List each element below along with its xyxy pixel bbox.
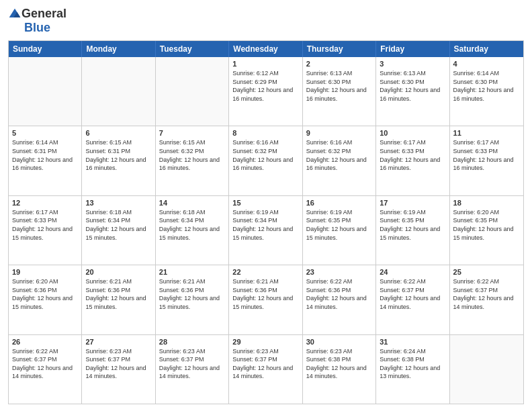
cal-header-wednesday: Wednesday xyxy=(229,41,302,57)
day-number: 21 xyxy=(159,268,225,276)
day-number: 23 xyxy=(306,268,372,276)
cal-cell: 22Sunrise: 6:21 AMSunset: 6:36 PMDayligh… xyxy=(229,265,302,334)
cal-cell: 27Sunrise: 6:23 AMSunset: 6:37 PMDayligh… xyxy=(82,335,155,404)
cal-cell: 29Sunrise: 6:23 AMSunset: 6:37 PMDayligh… xyxy=(229,335,302,404)
day-number: 5 xyxy=(12,129,78,137)
cal-cell xyxy=(156,57,229,126)
day-number: 4 xyxy=(453,60,520,68)
cal-cell xyxy=(9,57,82,126)
cal-cell: 6Sunrise: 6:15 AMSunset: 6:31 PMDaylight… xyxy=(82,126,155,195)
cal-cell: 21Sunrise: 6:21 AMSunset: 6:36 PMDayligh… xyxy=(156,265,229,334)
day-number: 30 xyxy=(306,338,372,346)
cal-week-3: 12Sunrise: 6:17 AMSunset: 6:33 PMDayligh… xyxy=(9,196,523,265)
day-info: Sunrise: 6:15 AMSunset: 6:31 PMDaylight:… xyxy=(85,138,151,172)
day-info: Sunrise: 6:16 AMSunset: 6:32 PMDaylight:… xyxy=(306,138,372,172)
day-info: Sunrise: 6:23 AMSunset: 6:37 PMDaylight:… xyxy=(159,347,225,381)
day-number: 18 xyxy=(453,199,520,207)
cal-cell: 2Sunrise: 6:13 AMSunset: 6:30 PMDaylight… xyxy=(303,57,376,126)
day-number: 12 xyxy=(12,199,78,207)
cal-cell: 15Sunrise: 6:19 AMSunset: 6:34 PMDayligh… xyxy=(229,196,302,265)
day-info: Sunrise: 6:21 AMSunset: 6:36 PMDaylight:… xyxy=(85,277,151,311)
calendar-body: 1Sunrise: 6:12 AMSunset: 6:29 PMDaylight… xyxy=(9,57,523,404)
logo-general: General xyxy=(21,7,66,21)
cal-week-2: 5Sunrise: 6:14 AMSunset: 6:31 PMDaylight… xyxy=(9,126,523,195)
cal-cell: 4Sunrise: 6:14 AMSunset: 6:30 PMDaylight… xyxy=(450,57,523,126)
day-info: Sunrise: 6:12 AMSunset: 6:29 PMDaylight:… xyxy=(232,69,298,103)
cal-cell: 28Sunrise: 6:23 AMSunset: 6:37 PMDayligh… xyxy=(156,335,229,404)
cal-header-monday: Monday xyxy=(82,41,155,57)
cal-cell: 16Sunrise: 6:19 AMSunset: 6:35 PMDayligh… xyxy=(303,196,376,265)
cal-week-5: 26Sunrise: 6:22 AMSunset: 6:37 PMDayligh… xyxy=(9,335,523,404)
cal-header-sunday: Sunday xyxy=(9,41,82,57)
day-number: 6 xyxy=(85,129,151,137)
day-number: 11 xyxy=(453,129,520,137)
day-info: Sunrise: 6:22 AMSunset: 6:37 PMDaylight:… xyxy=(12,347,78,381)
day-number: 3 xyxy=(380,60,445,68)
day-info: Sunrise: 6:17 AMSunset: 6:33 PMDaylight:… xyxy=(380,138,445,172)
day-info: Sunrise: 6:16 AMSunset: 6:32 PMDaylight:… xyxy=(232,138,298,172)
cal-cell: 30Sunrise: 6:23 AMSunset: 6:38 PMDayligh… xyxy=(303,335,376,404)
day-number: 31 xyxy=(380,338,445,346)
day-info: Sunrise: 6:17 AMSunset: 6:33 PMDaylight:… xyxy=(453,138,520,172)
day-info: Sunrise: 6:13 AMSunset: 6:30 PMDaylight:… xyxy=(306,69,372,103)
cal-cell: 9Sunrise: 6:16 AMSunset: 6:32 PMDaylight… xyxy=(303,126,376,195)
day-number: 26 xyxy=(12,338,78,346)
cal-cell: 1Sunrise: 6:12 AMSunset: 6:29 PMDaylight… xyxy=(229,57,302,126)
day-info: Sunrise: 6:19 AMSunset: 6:35 PMDaylight:… xyxy=(380,208,445,242)
day-number: 17 xyxy=(380,199,445,207)
cal-cell xyxy=(82,57,155,126)
cal-cell: 13Sunrise: 6:18 AMSunset: 6:34 PMDayligh… xyxy=(82,196,155,265)
day-info: Sunrise: 6:22 AMSunset: 6:37 PMDaylight:… xyxy=(380,277,445,311)
day-number: 22 xyxy=(232,268,298,276)
day-number: 25 xyxy=(453,268,520,276)
cal-cell: 26Sunrise: 6:22 AMSunset: 6:37 PMDayligh… xyxy=(9,335,82,404)
day-number: 14 xyxy=(159,199,225,207)
day-info: Sunrise: 6:21 AMSunset: 6:36 PMDaylight:… xyxy=(159,277,225,311)
cal-cell: 12Sunrise: 6:17 AMSunset: 6:33 PMDayligh… xyxy=(9,196,82,265)
cal-cell: 8Sunrise: 6:16 AMSunset: 6:32 PMDaylight… xyxy=(229,126,302,195)
cal-cell: 20Sunrise: 6:21 AMSunset: 6:36 PMDayligh… xyxy=(82,265,155,334)
cal-cell: 24Sunrise: 6:22 AMSunset: 6:37 PMDayligh… xyxy=(376,265,449,334)
cal-cell: 3Sunrise: 6:13 AMSunset: 6:30 PMDaylight… xyxy=(376,57,449,126)
cal-cell: 19Sunrise: 6:20 AMSunset: 6:36 PMDayligh… xyxy=(9,265,82,334)
day-number: 19 xyxy=(12,268,78,276)
day-info: Sunrise: 6:15 AMSunset: 6:32 PMDaylight:… xyxy=(159,138,225,172)
day-info: Sunrise: 6:24 AMSunset: 6:38 PMDaylight:… xyxy=(380,347,445,381)
cal-cell xyxy=(450,335,523,404)
cal-week-4: 19Sunrise: 6:20 AMSunset: 6:36 PMDayligh… xyxy=(9,265,523,334)
cal-header-friday: Friday xyxy=(376,41,449,57)
cal-header-tuesday: Tuesday xyxy=(156,41,229,57)
day-number: 1 xyxy=(232,60,298,68)
day-number: 7 xyxy=(159,129,225,137)
day-number: 15 xyxy=(232,199,298,207)
day-info: Sunrise: 6:20 AMSunset: 6:36 PMDaylight:… xyxy=(12,277,78,311)
header: General Blue xyxy=(8,7,524,35)
day-info: Sunrise: 6:23 AMSunset: 6:37 PMDaylight:… xyxy=(232,347,298,381)
day-number: 24 xyxy=(380,268,445,276)
day-info: Sunrise: 6:22 AMSunset: 6:36 PMDaylight:… xyxy=(306,277,372,311)
cal-cell: 10Sunrise: 6:17 AMSunset: 6:33 PMDayligh… xyxy=(376,126,449,195)
logo: General Blue xyxy=(8,7,66,35)
day-info: Sunrise: 6:13 AMSunset: 6:30 PMDaylight:… xyxy=(380,69,445,103)
day-info: Sunrise: 6:20 AMSunset: 6:35 PMDaylight:… xyxy=(453,208,520,242)
day-info: Sunrise: 6:14 AMSunset: 6:31 PMDaylight:… xyxy=(12,138,78,172)
day-info: Sunrise: 6:18 AMSunset: 6:34 PMDaylight:… xyxy=(85,208,151,242)
day-number: 8 xyxy=(232,129,298,137)
day-info: Sunrise: 6:19 AMSunset: 6:34 PMDaylight:… xyxy=(232,208,298,242)
cal-cell: 23Sunrise: 6:22 AMSunset: 6:36 PMDayligh… xyxy=(303,265,376,334)
day-number: 2 xyxy=(306,60,372,68)
day-number: 27 xyxy=(85,338,151,346)
cal-cell: 25Sunrise: 6:22 AMSunset: 6:37 PMDayligh… xyxy=(450,265,523,334)
day-number: 13 xyxy=(85,199,151,207)
cal-header-saturday: Saturday xyxy=(450,41,523,57)
cal-cell: 14Sunrise: 6:18 AMSunset: 6:34 PMDayligh… xyxy=(156,196,229,265)
day-number: 20 xyxy=(85,268,151,276)
day-info: Sunrise: 6:19 AMSunset: 6:35 PMDaylight:… xyxy=(306,208,372,242)
day-number: 16 xyxy=(306,199,372,207)
cal-cell: 18Sunrise: 6:20 AMSunset: 6:35 PMDayligh… xyxy=(450,196,523,265)
cal-cell: 11Sunrise: 6:17 AMSunset: 6:33 PMDayligh… xyxy=(450,126,523,195)
calendar: SundayMondayTuesdayWednesdayThursdayFrid… xyxy=(8,40,524,404)
day-number: 10 xyxy=(380,129,445,137)
cal-cell: 5Sunrise: 6:14 AMSunset: 6:31 PMDaylight… xyxy=(9,126,82,195)
cal-week-1: 1Sunrise: 6:12 AMSunset: 6:29 PMDaylight… xyxy=(9,57,523,126)
